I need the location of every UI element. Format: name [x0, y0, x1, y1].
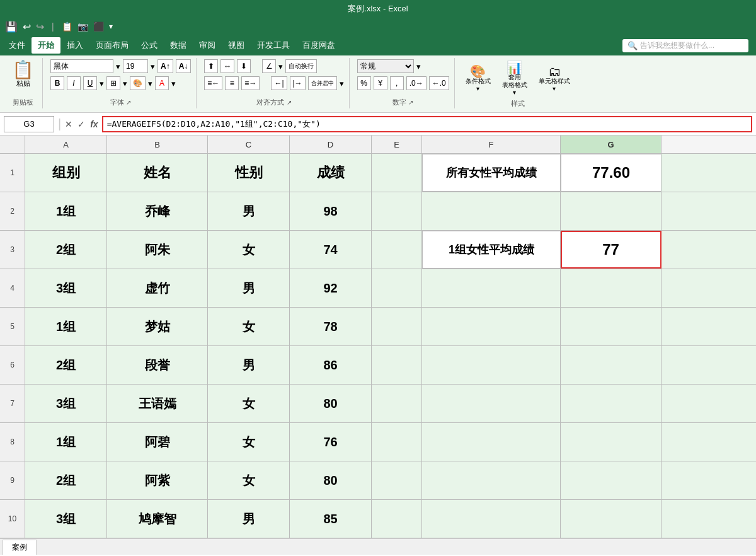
font-size-input[interactable]	[123, 59, 148, 73]
border-dropdown[interactable]: ▾	[123, 79, 127, 88]
cell-b3[interactable]: 阿朱	[107, 231, 208, 269]
number-format-select[interactable]: 常规	[357, 59, 414, 73]
cell-e5[interactable]	[372, 308, 422, 345]
align-middle-button[interactable]: ↔	[220, 59, 234, 73]
dropdown-icon[interactable]: ▾	[109, 22, 113, 31]
border-button[interactable]: ⊞	[106, 76, 120, 90]
cell-c9[interactable]: 女	[208, 461, 290, 499]
menu-item-baidu[interactable]: 百度网盘	[296, 37, 341, 54]
cell-d9[interactable]: 80	[290, 461, 372, 499]
cell-b7[interactable]: 王语嫣	[107, 385, 208, 422]
search-box[interactable]: 🔍 告诉我您想要做什么...	[622, 39, 748, 52]
paste-button[interactable]: 📋 粘贴	[9, 59, 37, 90]
indent-decrease-button[interactable]: ←|	[271, 76, 287, 90]
cell-d1[interactable]: 成绩	[290, 154, 372, 192]
cell-d3[interactable]: 74	[290, 231, 372, 269]
cell-d2[interactable]: 98	[290, 192, 372, 230]
col-header-a[interactable]: A	[25, 136, 107, 153]
row-num-9[interactable]: 9	[0, 461, 25, 499]
cell-c7[interactable]: 女	[208, 385, 290, 422]
cell-g7[interactable]	[561, 385, 662, 422]
row-num-1[interactable]: 1	[0, 154, 25, 192]
cell-style-button[interactable]: 🗂 单元格样式 ▾	[536, 63, 573, 94]
align-right-button[interactable]: ≡→	[241, 76, 260, 90]
camera-icon[interactable]: 📷	[77, 21, 88, 32]
cell-d7[interactable]: 80	[290, 385, 372, 422]
cell-a6[interactable]: 2组	[25, 346, 107, 384]
table-style-button[interactable]: 📊 套用表格格式 ▾	[499, 59, 530, 98]
cell-a7[interactable]: 3组	[25, 385, 107, 422]
cell-a2[interactable]: 1组	[25, 192, 107, 230]
menu-item-view[interactable]: 视图	[222, 37, 251, 54]
row-num-7[interactable]: 7	[0, 385, 25, 422]
italic-button[interactable]: I	[67, 76, 81, 90]
row-num-2[interactable]: 2	[0, 192, 25, 230]
cell-b6[interactable]: 段誉	[107, 346, 208, 384]
cell-c8[interactable]: 女	[208, 423, 290, 461]
cell-c10[interactable]: 男	[208, 500, 290, 538]
cell-g9[interactable]	[561, 461, 662, 499]
cell-c4[interactable]: 男	[208, 269, 290, 307]
conditional-format-dropdown[interactable]: ▾	[476, 85, 479, 92]
font-name-input[interactable]	[50, 59, 113, 73]
sheet-tab-case[interactable]: 案例	[3, 540, 37, 555]
cell-g8[interactable]	[561, 423, 662, 461]
menu-item-home[interactable]: 开始	[32, 37, 60, 54]
cell-b1[interactable]: 姓名	[107, 154, 208, 192]
cell-b2[interactable]: 乔峰	[107, 192, 208, 230]
cell-e3[interactable]	[372, 231, 422, 269]
cell-f4[interactable]	[422, 269, 561, 307]
underline-button[interactable]: U	[83, 76, 97, 90]
currency-button[interactable]: ¥	[374, 76, 387, 90]
cell-e9[interactable]	[372, 461, 422, 499]
col-header-c[interactable]: C	[208, 136, 290, 153]
fill-color-button[interactable]: 🎨	[130, 76, 146, 90]
angle-dropdown[interactable]: ▾	[278, 62, 283, 71]
cell-c5[interactable]: 女	[208, 308, 290, 345]
menu-item-insert[interactable]: 插入	[60, 37, 89, 54]
cell-f5[interactable]	[422, 308, 561, 345]
cell-b10[interactable]: 鸠摩智	[107, 500, 208, 538]
cell-ref-input[interactable]	[4, 116, 54, 132]
cell-d6[interactable]: 86	[290, 346, 372, 384]
angle-text-button[interactable]: ∠	[262, 59, 276, 73]
cell-a5[interactable]: 1组	[25, 308, 107, 345]
redo-icon[interactable]: ↪	[36, 21, 44, 33]
col-header-g[interactable]: G	[561, 136, 662, 153]
cell-b8[interactable]: 阿碧	[107, 423, 208, 461]
menu-item-layout[interactable]: 页面布局	[89, 37, 135, 54]
col-header-b[interactable]: B	[107, 136, 208, 153]
cell-e6[interactable]	[372, 346, 422, 384]
row-num-3[interactable]: 3	[0, 231, 25, 269]
percent-button[interactable]: %	[357, 76, 371, 90]
underline-dropdown[interactable]: ▾	[100, 79, 104, 88]
cell-d5[interactable]: 78	[290, 308, 372, 345]
conditional-format-button[interactable]: 🎨 条件格式 ▾	[462, 63, 494, 94]
row-num-6[interactable]: 6	[0, 346, 25, 384]
font-shrink-button[interactable]: A↓	[176, 59, 192, 73]
font-color-dropdown[interactable]: ▾	[171, 79, 176, 88]
cell-g3[interactable]: 77	[561, 231, 662, 269]
cell-f10[interactable]	[422, 500, 561, 538]
align-bottom-button[interactable]: ⬇	[237, 59, 251, 73]
cell-d8[interactable]: 76	[290, 423, 372, 461]
align-left-button[interactable]: ≡←	[204, 76, 222, 90]
cell-f6[interactable]	[422, 346, 561, 384]
col-header-f[interactable]: F	[422, 136, 561, 153]
cell-f7[interactable]	[422, 385, 561, 422]
decimal-increase-button[interactable]: .0→	[406, 76, 427, 90]
cell-e7[interactable]	[372, 385, 422, 422]
cell-f8[interactable]	[422, 423, 561, 461]
cell-b4[interactable]: 虚竹	[107, 269, 208, 307]
merge-center-button[interactable]: 合并居中	[308, 76, 337, 90]
comma-button[interactable]: ,	[390, 76, 404, 90]
cell-a4[interactable]: 3组	[25, 269, 107, 307]
cell-g1[interactable]: 77.60	[561, 154, 662, 192]
wrap-text-button[interactable]: 自动换行	[285, 59, 317, 73]
save-icon[interactable]: 💾	[5, 21, 18, 33]
align-center-button[interactable]: ≡	[225, 76, 239, 90]
font-color-button[interactable]: A	[155, 76, 169, 90]
bold-button[interactable]: B	[50, 76, 64, 90]
cell-a1[interactable]: 组别	[25, 154, 107, 192]
indent-increase-button[interactable]: |→	[290, 76, 306, 90]
